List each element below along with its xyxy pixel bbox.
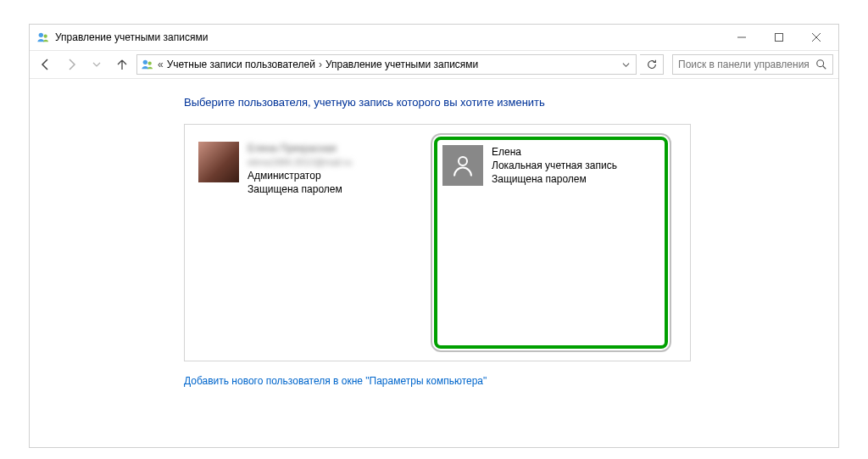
svg-point-6 xyxy=(143,60,147,64)
address-dropdown[interactable] xyxy=(619,61,632,69)
person-icon xyxy=(450,153,476,178)
titlebar: Управление учетными записями xyxy=(30,25,838,50)
user-role: Администратор xyxy=(248,169,352,182)
window-controls xyxy=(723,25,835,50)
user-card-0[interactable]: Елена Прекрасная elena1984.2012@mail.ru … xyxy=(193,137,427,349)
maximize-button[interactable] xyxy=(760,25,798,50)
user-name: Елена xyxy=(492,145,617,159)
svg-point-8 xyxy=(817,60,824,67)
user-list-panel: Елена Прекрасная elena1984.2012@mail.ru … xyxy=(184,124,691,361)
users-icon xyxy=(36,31,50,44)
svg-rect-3 xyxy=(776,34,783,42)
window: Управление учетными записями « Учетные з… xyxy=(29,24,839,448)
user-info: Елена Локальная учетная запись Защищена … xyxy=(492,145,617,186)
users-icon xyxy=(141,58,154,71)
window-title: Управление учетными записями xyxy=(55,31,208,43)
search-icon xyxy=(815,59,827,70)
user-type: Локальная учетная запись xyxy=(492,159,617,172)
chevron-right-icon: › xyxy=(319,59,322,70)
navbar: « Учетные записи пользователей › Управле… xyxy=(30,50,838,79)
search-input[interactable] xyxy=(678,59,815,70)
minimize-button[interactable] xyxy=(723,25,760,50)
forward-button[interactable] xyxy=(60,53,82,76)
svg-line-9 xyxy=(823,66,826,70)
recent-dropdown[interactable] xyxy=(86,53,108,76)
address-bar[interactable]: « Учетные записи пользователей › Управле… xyxy=(136,54,637,75)
user-protected: Защищена паролем xyxy=(248,182,352,196)
avatar xyxy=(442,145,483,186)
back-button[interactable] xyxy=(35,53,57,76)
avatar xyxy=(198,142,239,182)
svg-point-0 xyxy=(39,33,43,37)
page-heading: Выберите пользователя, учетную запись ко… xyxy=(184,96,838,109)
user-email: elena1984.2012@mail.ru xyxy=(248,155,352,169)
user-card-1[interactable]: Елена Локальная учетная запись Защищена … xyxy=(434,137,668,349)
svg-point-7 xyxy=(148,62,152,65)
add-user-link[interactable]: Добавить нового пользователя в окне "Пар… xyxy=(184,375,838,387)
svg-point-10 xyxy=(459,157,467,165)
user-name: Елена Прекрасная xyxy=(248,142,352,155)
up-button[interactable] xyxy=(111,53,133,76)
close-button[interactable] xyxy=(798,25,835,50)
content-area: Выберите пользователя, учетную запись ко… xyxy=(30,79,838,447)
svg-point-1 xyxy=(44,35,47,38)
refresh-button[interactable] xyxy=(640,54,664,75)
user-info: Елена Прекрасная elena1984.2012@mail.ru … xyxy=(248,142,352,196)
breadcrumb-prefix: « xyxy=(158,59,164,70)
breadcrumb-segment-2[interactable]: Управление учетными записями xyxy=(326,59,478,70)
breadcrumb-segment-1[interactable]: Учетные записи пользователей xyxy=(167,59,315,70)
user-protected: Защищена паролем xyxy=(492,172,617,186)
search-box[interactable] xyxy=(672,54,833,75)
